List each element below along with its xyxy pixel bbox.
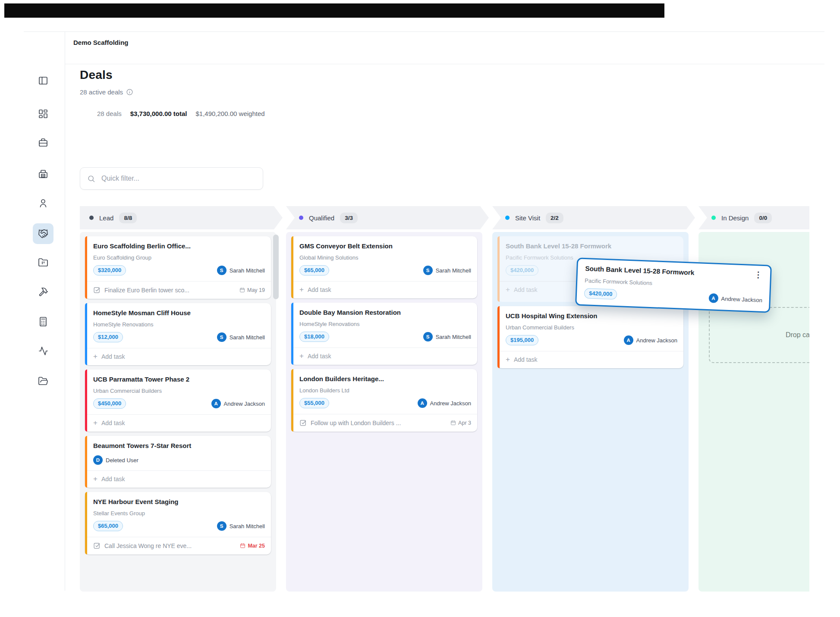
column-name: Site Visit bbox=[515, 214, 540, 222]
add-task-label: Add task bbox=[101, 476, 125, 482]
panel-left-icon[interactable] bbox=[38, 75, 48, 86]
folder-kanban-icon[interactable] bbox=[38, 257, 48, 268]
task-row[interactable]: Call Jessica Wong re NYE eve... Mar 25 bbox=[85, 537, 271, 554]
stage-dot-qualified bbox=[299, 216, 303, 220]
task-label: Call Jessica Wong re NYE eve... bbox=[104, 542, 192, 549]
task-due-date: May 19 bbox=[247, 287, 265, 293]
add-task-label: Add task bbox=[101, 420, 125, 426]
handshake-icon[interactable] bbox=[38, 229, 48, 239]
plus-icon: + bbox=[299, 353, 304, 359]
column-name: Qualified bbox=[309, 214, 334, 222]
column-name: In Design bbox=[721, 214, 749, 222]
card-color-stripe bbox=[85, 236, 87, 299]
deal-card[interactable]: Double Bay Mansion Restoration HomeStyle… bbox=[291, 303, 477, 365]
task-row[interactable]: Follow up with London Builders ... Apr 3 bbox=[291, 414, 477, 432]
deal-assignee: S Sarah Mitchell bbox=[423, 266, 471, 275]
add-task-button[interactable]: + Add task bbox=[85, 348, 271, 365]
deal-card[interactable]: Beaumont Towers 7-Star Resort D Deleted … bbox=[85, 436, 271, 488]
card-color-stripe bbox=[497, 236, 500, 302]
briefcase-icon[interactable] bbox=[38, 138, 48, 148]
deal-amount-badge: $12,000 bbox=[93, 332, 123, 342]
deal-company: London Builders Ltd bbox=[299, 387, 471, 394]
column-header-in-design[interactable]: In Design 0/0 bbox=[698, 206, 809, 229]
stage-dot-in-design bbox=[711, 216, 716, 220]
add-task-button[interactable]: + Add task bbox=[85, 414, 271, 432]
assignee-name: Sarah Mitchell bbox=[230, 334, 265, 341]
deal-assignee: A Andrew Jackson bbox=[211, 399, 265, 408]
avatar: S bbox=[217, 332, 227, 342]
deal-assignee: S Sarah Mitchell bbox=[423, 332, 471, 341]
task-row[interactable]: Finalize Euro Berlin tower sco... May 19 bbox=[85, 281, 271, 299]
add-task-label: Add task bbox=[514, 286, 537, 293]
assignee-name: Andrew Jackson bbox=[636, 337, 677, 344]
avatar: S bbox=[423, 332, 433, 341]
avatar: A bbox=[708, 293, 718, 303]
column-lead: Euro Scaffolding Berlin Office... Euro S… bbox=[80, 232, 276, 592]
card-color-stripe bbox=[85, 492, 87, 554]
screen-top-black-bar bbox=[4, 3, 664, 18]
column-count-badge: 2/2 bbox=[546, 213, 563, 223]
info-icon[interactable] bbox=[126, 88, 133, 96]
assignee-name: Deleted User bbox=[106, 457, 138, 464]
calculator-icon[interactable] bbox=[38, 316, 48, 327]
checkbox-icon bbox=[299, 419, 307, 426]
column-scrollbar-thumb[interactable] bbox=[273, 235, 279, 299]
deal-company: Stellar Events Group bbox=[93, 510, 265, 517]
deal-card[interactable]: UCB Parramatta Tower Phase 2 Urban Comme… bbox=[85, 370, 271, 432]
add-task-button[interactable]: + Add task bbox=[291, 348, 477, 365]
stage-dot-site-visit bbox=[505, 216, 510, 220]
hammer-icon[interactable] bbox=[38, 287, 48, 297]
app-top-border bbox=[24, 31, 824, 32]
deals-summary-bar: 28 deals $3,730,000.00 total $1,490,200.… bbox=[97, 110, 265, 117]
summary-deal-count: 28 deals bbox=[97, 110, 122, 117]
deal-card[interactable]: HomeStyle Mosman Cliff House HomeStyle R… bbox=[85, 303, 271, 365]
summary-weighted: $1,490,200.00 weighted bbox=[195, 110, 264, 117]
activity-icon[interactable] bbox=[38, 346, 48, 356]
avatar: S bbox=[217, 521, 227, 531]
avatar: A bbox=[211, 399, 221, 408]
fax-icon[interactable] bbox=[38, 169, 48, 179]
quick-filter-input[interactable] bbox=[101, 174, 245, 183]
stage-dot-lead bbox=[89, 216, 94, 220]
drop-zone[interactable]: Drop cards bbox=[709, 307, 809, 363]
deal-card[interactable]: Euro Scaffolding Berlin Office... Euro S… bbox=[85, 236, 271, 299]
kebab-menu-icon[interactable]: ⋮ bbox=[753, 271, 764, 279]
assignee-name: Andrew Jackson bbox=[430, 400, 471, 407]
folder-open-icon[interactable] bbox=[38, 376, 48, 386]
deal-title: NYE Harbour Event Staging bbox=[93, 498, 265, 505]
assignee-name: Andrew Jackson bbox=[721, 295, 762, 304]
deal-card[interactable]: London Builders Heritage... London Build… bbox=[291, 369, 477, 432]
deal-company: Urban Commercial Builders bbox=[506, 324, 677, 331]
plus-icon: + bbox=[93, 476, 98, 482]
deal-company: Urban Commercial Builders bbox=[93, 388, 265, 394]
add-task-button[interactable]: + Add task bbox=[291, 281, 477, 298]
layout-dashboard-icon[interactable] bbox=[38, 109, 48, 119]
deal-amount-badge: $420,000 bbox=[584, 288, 617, 300]
user-icon[interactable] bbox=[38, 198, 48, 208]
deal-assignee: A Andrew Jackson bbox=[418, 398, 471, 408]
active-deals-count: 28 active deals bbox=[80, 88, 123, 96]
calendar-icon bbox=[239, 287, 245, 293]
add-task-button[interactable]: + Add task bbox=[497, 351, 683, 368]
deal-amount-badge: $450,000 bbox=[93, 398, 126, 409]
card-color-stripe bbox=[291, 236, 293, 298]
plus-icon: + bbox=[299, 287, 304, 293]
quick-filter-box[interactable] bbox=[80, 167, 263, 190]
calendar-icon bbox=[450, 420, 456, 426]
column-header-site-visit[interactable]: Site Visit 2/2 bbox=[492, 206, 695, 229]
deal-card[interactable]: GMS Conveyor Belt Extension Global Minin… bbox=[291, 236, 477, 298]
add-task-button[interactable]: + Add task bbox=[85, 470, 271, 488]
deal-card[interactable]: NYE Harbour Event Staging Stellar Events… bbox=[85, 492, 271, 554]
add-task-label: Add task bbox=[514, 356, 537, 363]
dragged-deal-card[interactable]: South Bank Level 15-28 Formwork ⋮ Pacifi… bbox=[575, 257, 772, 313]
column-header-qualified[interactable]: Qualified 3/3 bbox=[286, 206, 489, 229]
deal-card[interactable]: UCB Hospital Wing Extension Urban Commer… bbox=[497, 306, 683, 368]
task-due: Mar 25 bbox=[240, 543, 265, 549]
deal-assignee: D Deleted User bbox=[93, 455, 138, 465]
plus-icon: + bbox=[506, 287, 510, 293]
column-header-lead[interactable]: Lead 8/8 bbox=[80, 206, 283, 229]
add-task-label: Add task bbox=[308, 286, 331, 293]
task-label: Finalize Euro Berlin tower sco... bbox=[104, 287, 189, 294]
calendar-icon bbox=[240, 543, 245, 548]
avatar: A bbox=[624, 335, 633, 345]
